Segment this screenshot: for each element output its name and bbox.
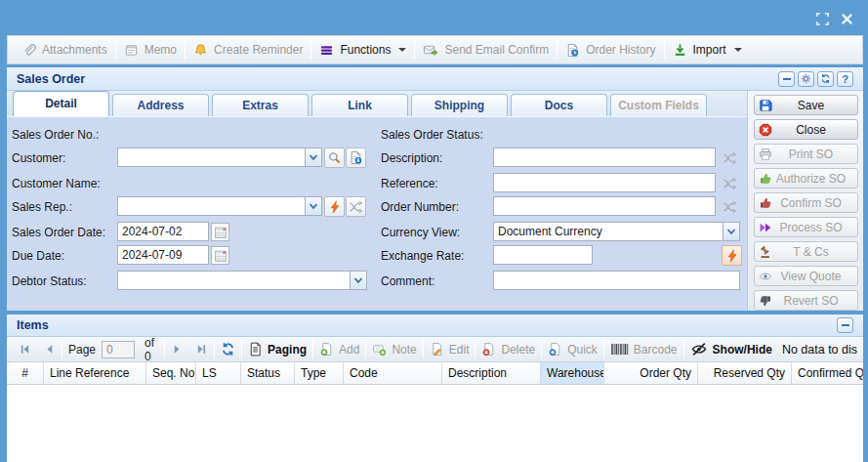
delete-row-button: Delete (475, 339, 541, 360)
tab-shipping[interactable]: Shipping (411, 94, 508, 116)
refresh-grid-button[interactable] (215, 339, 241, 360)
column-header-seq-no[interactable]: Seq. No. (146, 362, 196, 384)
exchange-rate-input[interactable] (493, 245, 593, 265)
due-date-picker-button[interactable] (211, 246, 229, 265)
currency-view-select[interactable]: Document Currency (493, 222, 740, 241)
customer-info-button[interactable] (346, 147, 366, 168)
column-header-ls[interactable]: LS (196, 362, 241, 384)
order-number-input[interactable] (493, 196, 716, 216)
collapse-panel-button[interactable] (778, 71, 795, 87)
debtor-status-value (118, 272, 350, 289)
items-toolbar: Page of 0 Paging (7, 337, 863, 362)
column-header-status[interactable]: Status (241, 362, 295, 384)
help-button[interactable]: ? (837, 71, 853, 87)
quick-add-button: Quick (542, 339, 603, 360)
column-header-confirmed-qty[interactable]: Confirmed Qty (792, 362, 863, 384)
note-icon (372, 342, 387, 357)
create-reminder-button[interactable]: Create Reminder (186, 38, 310, 62)
eye-icon (759, 270, 772, 283)
paging-button[interactable]: Paging (242, 339, 312, 360)
close-button[interactable]: Close (754, 119, 858, 140)
tab-docs-label: Docs (545, 99, 573, 112)
due-date-input[interactable] (117, 245, 209, 265)
paging-label: Paging (268, 343, 307, 357)
refresh-icon (221, 342, 235, 357)
column-header-description[interactable]: Description (442, 362, 541, 384)
sales-rep-dropdown-button[interactable] (305, 197, 321, 215)
customer-dropdown-button[interactable] (305, 148, 321, 166)
note-button: Note (366, 339, 422, 360)
column-header-warehouse[interactable]: Warehouse (541, 362, 604, 384)
sales-order-date-picker-button[interactable] (211, 223, 229, 241)
show-hide-columns-button[interactable]: Show/Hide (684, 339, 778, 360)
customer-value (118, 148, 305, 166)
last-page-button[interactable] (189, 339, 214, 360)
search-icon (327, 150, 342, 165)
functions-button[interactable]: Functions (311, 38, 414, 62)
sales-rep-default-button[interactable] (324, 196, 345, 217)
collapse-items-button[interactable] (837, 317, 853, 333)
items-grid-body[interactable] (7, 385, 863, 462)
description-shuffle-button[interactable] (720, 147, 740, 168)
maximize-icon (815, 12, 830, 26)
save-button[interactable]: Save (754, 95, 858, 115)
debtor-status-combobox[interactable] (117, 271, 367, 290)
order-history-button[interactable]: Order History (558, 38, 663, 62)
sales-rep-combobox[interactable] (117, 196, 322, 216)
thumb-down-icon (759, 294, 772, 308)
quick-label: Quick (567, 343, 598, 357)
tab-extras[interactable]: Extras (212, 94, 309, 116)
previous-page-button[interactable] (37, 339, 62, 360)
fast-forward-icon (759, 221, 772, 234)
close-red-icon (759, 123, 772, 137)
send-email-confirm-label: Send Email Confirm (444, 43, 549, 57)
authorize-so-button: Authorize SO (754, 168, 858, 189)
functions-menu-icon (319, 43, 334, 58)
reference-input[interactable] (493, 173, 716, 192)
maximize-button[interactable] (814, 11, 830, 26)
exchange-rate-refresh-button[interactable] (722, 245, 742, 266)
debtor-status-dropdown-button[interactable] (350, 272, 366, 289)
sales-rep-shuffle-button[interactable] (346, 196, 366, 217)
first-page-button[interactable] (13, 339, 37, 360)
column-header-number[interactable]: # (7, 362, 44, 384)
debtor-status-label: Debtor Status: (12, 274, 87, 288)
delete-label: Delete (501, 343, 535, 357)
column-header-code[interactable]: Code (344, 362, 442, 384)
calendar-icon (214, 226, 227, 239)
comment-label: Comment: (381, 274, 434, 288)
note-label: Note (392, 343, 416, 357)
send-email-confirm-button[interactable]: Send Email Confirm (415, 38, 557, 62)
column-header-line-reference[interactable]: Line Reference (44, 362, 146, 384)
column-header-order-qty[interactable]: Order Qty (604, 362, 698, 384)
column-header-type[interactable]: Type (295, 362, 344, 384)
close-window-button[interactable] (839, 11, 854, 26)
next-page-button[interactable] (165, 339, 189, 360)
refresh-panel-button[interactable] (817, 71, 834, 87)
comment-input[interactable] (493, 271, 740, 290)
window-controls (814, 11, 854, 26)
customer-label: Customer: (12, 151, 65, 165)
sales-order-date-input[interactable] (117, 222, 209, 241)
tab-link[interactable]: Link (311, 94, 408, 116)
last-page-icon (195, 343, 208, 356)
reference-shuffle-button[interactable] (720, 173, 740, 193)
memo-button[interactable]: Memo (116, 38, 185, 62)
import-button[interactable]: Import (665, 38, 750, 62)
column-header-reserved-qty[interactable]: Reserved Qty (698, 362, 792, 384)
tab-detail-label: Detail (45, 97, 77, 110)
settings-button[interactable] (798, 71, 814, 87)
gear-icon (801, 73, 811, 84)
customer-search-button[interactable] (324, 147, 345, 168)
tab-docs[interactable]: Docs (511, 94, 607, 116)
order-history-icon (565, 43, 580, 58)
tab-detail[interactable]: Detail (13, 91, 109, 116)
tab-address[interactable]: Address (112, 94, 209, 116)
attachments-button[interactable]: Attachments (14, 38, 115, 62)
tab-custom-fields-label: Custom Fields (618, 99, 699, 112)
description-input[interactable] (493, 147, 716, 167)
page-number-input[interactable] (102, 341, 135, 358)
currency-view-dropdown-button[interactable] (723, 223, 739, 240)
order-number-shuffle-button[interactable] (720, 196, 740, 217)
customer-combobox[interactable] (117, 147, 322, 167)
